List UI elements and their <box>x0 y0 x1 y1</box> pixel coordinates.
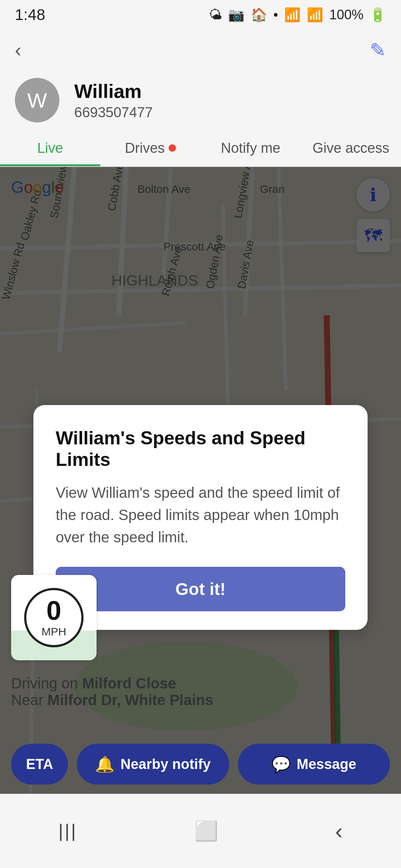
nearby-notify-button[interactable]: 🔔 Nearby notify <box>77 744 229 785</box>
top-bar: ‹ ✎ <box>0 30 401 70</box>
speed-value: 0 <box>46 597 61 624</box>
tab-notify[interactable]: Notify me <box>200 130 301 166</box>
edit-button[interactable]: ✎ <box>370 39 386 61</box>
wifi-icon: 🌤 <box>209 7 222 23</box>
message-icon: 💬 <box>271 755 291 773</box>
speedometer: 0 MPH <box>24 588 84 647</box>
bottom-action-bar: ETA 🔔 Nearby notify 💬 Message <box>0 734 401 794</box>
dot-icon: • <box>273 7 278 23</box>
profile-name: William <box>74 80 153 102</box>
eta-button[interactable]: ETA <box>11 744 68 785</box>
battery-full: 🔋 <box>369 7 386 23</box>
status-bar: 1:48 🌤 📷 🏠 • 📶 📶 100% 🔋 <box>0 0 401 30</box>
avatar: W <box>15 78 59 122</box>
back-button[interactable]: ‹ <box>15 39 21 61</box>
eta-label: ETA <box>26 756 53 772</box>
status-time: 1:48 <box>15 6 45 24</box>
bell-icon: 🔔 <box>95 755 114 773</box>
tab-drives[interactable]: Drives <box>100 130 200 166</box>
home-icon: 🏠 <box>251 7 267 23</box>
drives-dot <box>169 144 176 152</box>
battery-pct: 100% <box>329 7 363 23</box>
message-button[interactable]: 💬 Message <box>238 744 390 785</box>
recents-button[interactable]: ||| <box>58 820 77 842</box>
speed-circle: 0 MPH <box>24 588 84 647</box>
profile-phone: 6693507477 <box>74 105 153 121</box>
profile-info: William 6693507477 <box>74 80 153 121</box>
message-label: Message <box>297 756 356 772</box>
location-name: Milford Dr, White Plains <box>48 692 213 708</box>
camera-icon: 📷 <box>228 7 245 23</box>
signal-icon: 📶 <box>307 7 323 23</box>
nearby-label: Nearby notify <box>120 756 211 772</box>
tab-access[interactable]: Give access <box>301 130 401 166</box>
got-it-button[interactable]: Got it! <box>56 567 345 611</box>
tab-bar: Live Drives Notify me Give access <box>0 130 401 167</box>
status-icons: 🌤 📷 🏠 • 📶 📶 100% 🔋 <box>209 7 386 23</box>
home-button[interactable]: ⬜ <box>194 820 218 842</box>
modal-title: William's Speeds and Speed Limits <box>56 427 345 470</box>
profile-section: W William 6693507477 <box>0 70 401 130</box>
speed-card: 0 MPH <box>11 575 97 660</box>
street-name: Milford Close <box>82 675 176 691</box>
driving-text-line2: Near Milford Dr, White Plains <box>11 692 390 708</box>
driving-text-line1: Driving on Milford Close <box>11 675 390 692</box>
battery-icon: 📶 <box>284 7 301 23</box>
tab-live[interactable]: Live <box>0 130 100 166</box>
back-nav-button[interactable]: ‹ <box>335 818 343 844</box>
nav-bar: ||| ⬜ ‹ <box>0 794 401 868</box>
speed-unit: MPH <box>42 625 66 638</box>
driving-info: Driving on Milford Close Near Milford Dr… <box>11 675 390 708</box>
modal-body: View William's speed and the speed limit… <box>56 481 345 548</box>
